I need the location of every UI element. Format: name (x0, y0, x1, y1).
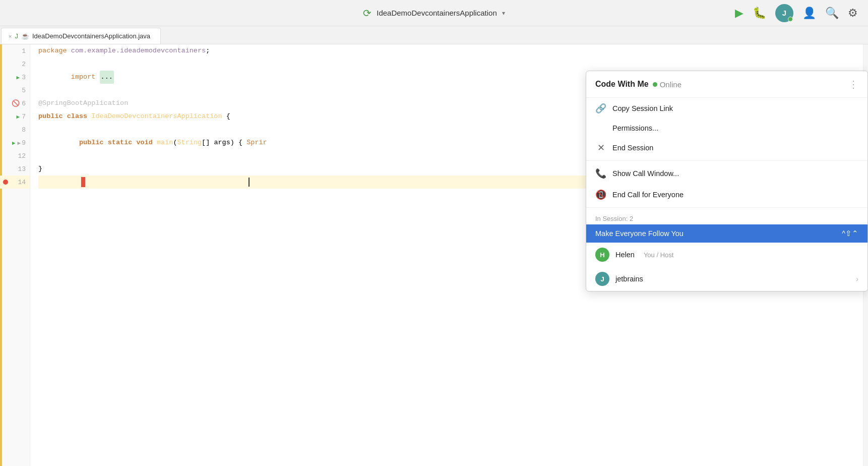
link-icon: 🔗 (595, 103, 606, 114)
permissions-item[interactable]: Permissions... (586, 119, 867, 137)
gutter-line-12: 12 (0, 149, 30, 162)
popup-header: Code With Me Online ⋮ (586, 71, 867, 98)
phone-icon: 📞 (595, 168, 606, 179)
jetbrains-name: jetbrains (615, 275, 643, 283)
settings-button[interactable]: ⚙ (848, 7, 858, 20)
popup-title: Code With Me Online (595, 80, 681, 89)
gutter-line-3: ▶ 3 (0, 71, 30, 84)
show-call-label: Show Call Window... (612, 169, 679, 178)
make-follow-item[interactable]: Make Everyone Follow You ^⇧⌃ (586, 224, 867, 243)
code-line-1: package com.example.ideademodevcontainer… (38, 44, 863, 57)
import-highlight: ... (100, 71, 114, 84)
gutter-line-14: 14 (0, 176, 30, 189)
gutter-line-6: 🚫 6 (0, 97, 30, 110)
app-name: IdeaDemoDevcontainersApplication (377, 9, 497, 17)
debug-button[interactable]: 🐛 (753, 7, 766, 20)
in-session-label: In Session: 2 (586, 210, 867, 224)
breakpoint-marker (3, 180, 8, 185)
add-user-button[interactable]: 👤 (802, 7, 816, 20)
text-cursor (249, 178, 250, 187)
app-icon: ⟳ (363, 7, 371, 19)
jetbrains-initial: J (600, 275, 604, 283)
user-helen[interactable]: H Helen You / Host (586, 243, 867, 267)
editor-area: 1 2 ▶ 3 5 🚫 6 ▶ 7 8 ▶ ▶ 9 12 13 14 packa… (0, 44, 868, 466)
popup-title-text: Code With Me (595, 80, 649, 89)
copy-session-link-item[interactable]: 🔗 Copy Session Link (586, 98, 867, 119)
gutter-line-9: ▶ ▶ 9 (0, 136, 30, 149)
run-button[interactable]: ▶ (735, 7, 743, 20)
run-gutter-icon-7[interactable]: ▶ (17, 113, 20, 120)
title-actions: ▶ 🐛 J 👤 🔍 ⚙ (735, 4, 858, 22)
popup-divider-2 (586, 207, 867, 208)
end-session-item[interactable]: ✕ End Session (586, 137, 867, 158)
online-dot (653, 82, 657, 87)
fold-icon[interactable]: ▶ (17, 74, 20, 81)
show-call-window-item[interactable]: 📞 Show Call Window... (586, 163, 867, 184)
popup-kebab-menu[interactable]: ⋮ (848, 78, 858, 90)
x-icon: ✕ (595, 142, 606, 153)
helen-avatar: H (595, 248, 609, 262)
gutter-line-5: 5 (0, 84, 30, 97)
helen-sub: You / Host (644, 251, 674, 259)
gutter-line-8: 8 (0, 123, 30, 136)
title-center: ⟳ IdeaDemoDevcontainersApplication ▾ (363, 7, 505, 19)
online-badge: Online (653, 80, 681, 89)
gutter-line-1: 1 (0, 44, 30, 57)
gutter-line-2: 2 (0, 57, 30, 71)
phone-x-icon: 📵 (595, 189, 606, 200)
follow-chevron-icon: ^⇧⌃ (842, 229, 858, 238)
code-line-2 (38, 57, 863, 71)
online-label: Online (660, 80, 681, 89)
user-jetbrains[interactable]: J jetbrains › (586, 267, 867, 291)
gutter-line-13: 13 (0, 162, 30, 176)
popup-divider-1 (586, 160, 867, 161)
user-avatar[interactable]: J (775, 4, 793, 22)
fold-icon-9[interactable]: ▶ (18, 140, 21, 146)
red-cursor-marker (81, 177, 85, 187)
copy-session-link-label: Copy Session Link (612, 104, 673, 112)
jetbrains-chevron-icon[interactable]: › (856, 275, 858, 283)
line-gutter: 1 2 ▶ 3 5 🚫 6 ▶ 7 8 ▶ ▶ 9 12 13 14 (0, 44, 30, 466)
tab-close-icon[interactable]: × (9, 33, 12, 39)
no-entry-icon: 🚫 (12, 99, 20, 107)
helen-name: Helen (615, 251, 635, 259)
gutter-line-7: ▶ 7 (0, 110, 30, 123)
search-button[interactable]: 🔍 (825, 7, 839, 20)
online-indicator (788, 17, 793, 22)
code-with-me-popup: Code With Me Online ⋮ 🔗 Copy Session Lin… (586, 71, 868, 292)
file-tab[interactable]: × J ☕ IdeaDemoDevcontainersApplication.j… (1, 28, 161, 44)
avatar-initial: J (782, 9, 786, 17)
tab-filename: IdeaDemoDevcontainersApplication.java (32, 32, 150, 40)
end-call-item[interactable]: 📵 End Call for Everyone (586, 184, 867, 205)
helen-initial: H (600, 251, 604, 259)
run-gutter-icon-9[interactable]: ▶ (12, 140, 16, 146)
title-bar: ⟳ IdeaDemoDevcontainersApplication ▾ ▶ 🐛… (0, 0, 868, 26)
end-call-label: End Call for Everyone (612, 191, 684, 199)
dropdown-arrow-icon[interactable]: ▾ (502, 10, 505, 17)
tab-file-icon: ☕ (21, 32, 29, 40)
make-follow-label: Make Everyone Follow You (595, 229, 684, 238)
tab-avatar-icon: J (15, 32, 18, 40)
jetbrains-avatar: J (595, 272, 609, 286)
end-session-label: End Session (612, 144, 653, 152)
permissions-label: Permissions... (612, 124, 658, 132)
tab-bar: × J ☕ IdeaDemoDevcontainersApplication.j… (0, 26, 868, 44)
